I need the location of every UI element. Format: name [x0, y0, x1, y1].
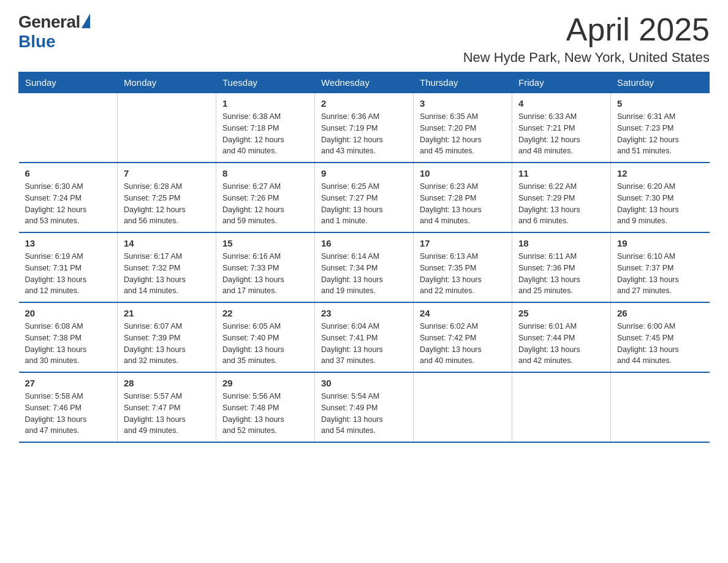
calendar-cell: 2Sunrise: 6:36 AMSunset: 7:19 PMDaylight… — [315, 93, 414, 163]
day-number: 8 — [222, 168, 308, 178]
calendar-cell: 27Sunrise: 5:58 AMSunset: 7:46 PMDayligh… — [19, 372, 118, 442]
logo-blue-text: Blue — [18, 32, 56, 52]
day-number: 20 — [25, 308, 112, 318]
day-info: Sunrise: 6:36 AMSunset: 7:19 PMDaylight:… — [321, 111, 407, 157]
day-info: Sunrise: 6:10 AMSunset: 7:37 PMDaylight:… — [617, 251, 703, 297]
calendar-cell: 14Sunrise: 6:17 AMSunset: 7:32 PMDayligh… — [118, 232, 216, 302]
day-info: Sunrise: 6:04 AMSunset: 7:41 PMDaylight:… — [321, 321, 407, 367]
calendar-cell: 13Sunrise: 6:19 AMSunset: 7:31 PMDayligh… — [19, 232, 118, 302]
calendar-cell: 20Sunrise: 6:08 AMSunset: 7:38 PMDayligh… — [19, 302, 118, 372]
day-info: Sunrise: 6:25 AMSunset: 7:27 PMDaylight:… — [321, 181, 407, 227]
calendar-cell: 16Sunrise: 6:14 AMSunset: 7:34 PMDayligh… — [315, 232, 414, 302]
day-number: 1 — [222, 98, 308, 109]
calendar-cell — [118, 93, 216, 163]
day-number: 2 — [321, 98, 407, 109]
calendar-cell: 22Sunrise: 6:05 AMSunset: 7:40 PMDayligh… — [216, 302, 315, 372]
day-number: 12 — [617, 168, 703, 178]
calendar-cell: 29Sunrise: 5:56 AMSunset: 7:48 PMDayligh… — [216, 372, 315, 442]
calendar-cell: 11Sunrise: 6:22 AMSunset: 7:29 PMDayligh… — [512, 163, 611, 232]
logo-general-text: General — [18, 12, 80, 32]
calendar-cell — [611, 372, 710, 442]
calendar-cell: 6Sunrise: 6:30 AMSunset: 7:24 PMDaylight… — [19, 163, 118, 232]
calendar-cell — [414, 372, 512, 442]
day-number: 28 — [124, 378, 210, 388]
day-info: Sunrise: 5:56 AMSunset: 7:48 PMDaylight:… — [222, 391, 308, 437]
weekday-header-sunday: Sunday — [19, 72, 118, 93]
day-number: 30 — [321, 378, 407, 388]
calendar-cell: 25Sunrise: 6:01 AMSunset: 7:44 PMDayligh… — [512, 302, 611, 372]
day-number: 19 — [617, 238, 703, 248]
day-number: 23 — [321, 308, 407, 318]
title-area: April 2025 New Hyde Park, New York, Unit… — [463, 12, 710, 66]
calendar-cell: 5Sunrise: 6:31 AMSunset: 7:23 PMDaylight… — [611, 93, 710, 163]
calendar-cell: 24Sunrise: 6:02 AMSunset: 7:42 PMDayligh… — [414, 302, 512, 372]
day-info: Sunrise: 6:13 AMSunset: 7:35 PMDaylight:… — [420, 251, 506, 297]
calendar-week-row: 1Sunrise: 6:38 AMSunset: 7:18 PMDaylight… — [19, 93, 710, 163]
day-number: 17 — [420, 238, 506, 248]
calendar-cell — [19, 93, 118, 163]
calendar-cell: 10Sunrise: 6:23 AMSunset: 7:28 PMDayligh… — [414, 163, 512, 232]
weekday-header-monday: Monday — [118, 72, 216, 93]
logo: General Blue — [18, 12, 90, 52]
day-number: 7 — [124, 168, 210, 178]
calendar-week-row: 13Sunrise: 6:19 AMSunset: 7:31 PMDayligh… — [19, 232, 710, 302]
calendar-cell: 30Sunrise: 5:54 AMSunset: 7:49 PMDayligh… — [315, 372, 414, 442]
day-info: Sunrise: 5:58 AMSunset: 7:46 PMDaylight:… — [25, 391, 112, 437]
day-info: Sunrise: 6:02 AMSunset: 7:42 PMDaylight:… — [420, 321, 506, 367]
day-number: 16 — [321, 238, 407, 248]
day-number: 4 — [518, 98, 604, 109]
day-info: Sunrise: 6:38 AMSunset: 7:18 PMDaylight:… — [222, 111, 308, 157]
day-info: Sunrise: 6:16 AMSunset: 7:33 PMDaylight:… — [222, 251, 308, 297]
day-info: Sunrise: 5:54 AMSunset: 7:49 PMDaylight:… — [321, 391, 407, 437]
day-info: Sunrise: 6:17 AMSunset: 7:32 PMDaylight:… — [124, 251, 210, 297]
day-info: Sunrise: 6:30 AMSunset: 7:24 PMDaylight:… — [25, 181, 112, 227]
day-info: Sunrise: 6:00 AMSunset: 7:45 PMDaylight:… — [617, 321, 703, 367]
calendar-cell: 1Sunrise: 6:38 AMSunset: 7:18 PMDaylight… — [216, 93, 315, 163]
day-info: Sunrise: 6:05 AMSunset: 7:40 PMDaylight:… — [222, 321, 308, 367]
calendar-table: SundayMondayTuesdayWednesdayThursdayFrid… — [18, 72, 710, 443]
day-info: Sunrise: 6:33 AMSunset: 7:21 PMDaylight:… — [518, 111, 604, 157]
weekday-header-row: SundayMondayTuesdayWednesdayThursdayFrid… — [19, 72, 710, 93]
location-title: New Hyde Park, New York, United States — [463, 50, 710, 66]
calendar-cell: 15Sunrise: 6:16 AMSunset: 7:33 PMDayligh… — [216, 232, 315, 302]
weekday-header-friday: Friday — [512, 72, 611, 93]
calendar-cell: 18Sunrise: 6:11 AMSunset: 7:36 PMDayligh… — [512, 232, 611, 302]
day-number: 24 — [420, 308, 506, 318]
calendar-cell: 12Sunrise: 6:20 AMSunset: 7:30 PMDayligh… — [611, 163, 710, 232]
day-number: 22 — [222, 308, 308, 318]
day-number: 15 — [222, 238, 308, 248]
weekday-header-wednesday: Wednesday — [315, 72, 414, 93]
day-number: 3 — [420, 98, 506, 109]
calendar-cell: 19Sunrise: 6:10 AMSunset: 7:37 PMDayligh… — [611, 232, 710, 302]
day-number: 18 — [518, 238, 604, 248]
day-info: Sunrise: 6:28 AMSunset: 7:25 PMDaylight:… — [124, 181, 210, 227]
day-number: 5 — [617, 98, 703, 109]
day-info: Sunrise: 6:14 AMSunset: 7:34 PMDaylight:… — [321, 251, 407, 297]
day-info: Sunrise: 6:01 AMSunset: 7:44 PMDaylight:… — [518, 321, 604, 367]
day-info: Sunrise: 6:22 AMSunset: 7:29 PMDaylight:… — [518, 181, 604, 227]
day-number: 21 — [124, 308, 210, 318]
calendar-cell: 23Sunrise: 6:04 AMSunset: 7:41 PMDayligh… — [315, 302, 414, 372]
day-info: Sunrise: 6:31 AMSunset: 7:23 PMDaylight:… — [617, 111, 703, 157]
weekday-header-saturday: Saturday — [611, 72, 710, 93]
weekday-header-tuesday: Tuesday — [216, 72, 315, 93]
day-info: Sunrise: 6:20 AMSunset: 7:30 PMDaylight:… — [617, 181, 703, 227]
calendar-cell: 9Sunrise: 6:25 AMSunset: 7:27 PMDaylight… — [315, 163, 414, 232]
calendar-cell: 8Sunrise: 6:27 AMSunset: 7:26 PMDaylight… — [216, 163, 315, 232]
calendar-week-row: 6Sunrise: 6:30 AMSunset: 7:24 PMDaylight… — [19, 163, 710, 232]
month-title: April 2025 — [463, 12, 710, 47]
calendar-cell: 21Sunrise: 6:07 AMSunset: 7:39 PMDayligh… — [118, 302, 216, 372]
calendar-cell: 28Sunrise: 5:57 AMSunset: 7:47 PMDayligh… — [118, 372, 216, 442]
page-header: General Blue April 2025 New Hyde Park, N… — [18, 12, 710, 66]
weekday-header-thursday: Thursday — [414, 72, 512, 93]
day-number: 6 — [25, 168, 112, 178]
calendar-cell: 17Sunrise: 6:13 AMSunset: 7:35 PMDayligh… — [414, 232, 512, 302]
day-info: Sunrise: 6:35 AMSunset: 7:20 PMDaylight:… — [420, 111, 506, 157]
day-info: Sunrise: 6:19 AMSunset: 7:31 PMDaylight:… — [25, 251, 112, 297]
day-number: 14 — [124, 238, 210, 248]
calendar-cell — [512, 372, 611, 442]
day-number: 29 — [222, 378, 308, 388]
day-info: Sunrise: 6:23 AMSunset: 7:28 PMDaylight:… — [420, 181, 506, 227]
day-info: Sunrise: 6:11 AMSunset: 7:36 PMDaylight:… — [518, 251, 604, 297]
day-number: 27 — [25, 378, 112, 388]
